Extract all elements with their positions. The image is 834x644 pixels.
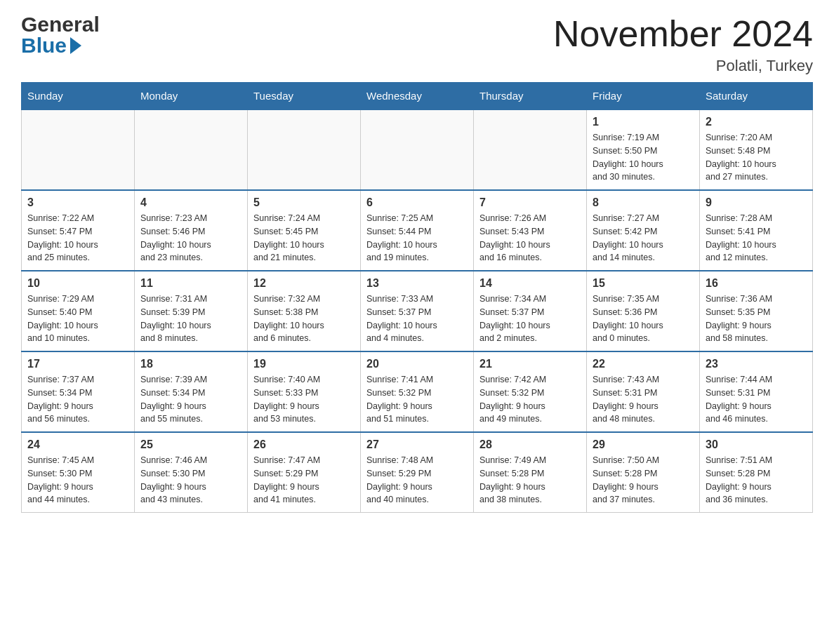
day-info: Sunrise: 7:39 AM Sunset: 5:34 PM Dayligh…	[140, 373, 241, 426]
day-info: Sunrise: 7:35 AM Sunset: 5:36 PM Dayligh…	[593, 293, 694, 345]
calendar-day-cell: 3Sunrise: 7:22 AM Sunset: 5:47 PM Daylig…	[22, 190, 135, 271]
day-number: 30	[706, 438, 807, 451]
calendar-week-row: 1Sunrise: 7:19 AM Sunset: 5:50 PM Daylig…	[22, 109, 813, 190]
day-of-week-header: Saturday	[700, 83, 813, 110]
day-number: 24	[27, 438, 128, 451]
day-info: Sunrise: 7:41 AM Sunset: 5:32 PM Dayligh…	[366, 373, 468, 426]
day-number: 5	[253, 196, 355, 209]
logo: General Blue	[21, 14, 100, 56]
calendar-day-cell: 14Sunrise: 7:34 AM Sunset: 5:37 PM Dayli…	[474, 271, 587, 351]
calendar-day-cell	[361, 109, 474, 190]
day-number: 9	[706, 196, 807, 209]
day-number: 11	[140, 277, 241, 290]
day-info: Sunrise: 7:47 AM Sunset: 5:29 PM Dayligh…	[253, 454, 355, 507]
day-number: 3	[27, 196, 128, 209]
page-header: General Blue November 2024 Polatli, Turk…	[21, 14, 813, 75]
day-info: Sunrise: 7:28 AM Sunset: 5:41 PM Dayligh…	[706, 212, 807, 264]
day-info: Sunrise: 7:29 AM Sunset: 5:40 PM Dayligh…	[27, 293, 128, 345]
day-number: 6	[366, 196, 468, 209]
day-number: 8	[593, 196, 694, 209]
calendar-day-cell: 25Sunrise: 7:46 AM Sunset: 5:30 PM Dayli…	[135, 432, 248, 513]
day-of-week-header: Tuesday	[248, 83, 361, 110]
calendar-day-cell: 29Sunrise: 7:50 AM Sunset: 5:28 PM Dayli…	[587, 432, 700, 513]
day-number: 2	[706, 116, 807, 128]
day-info: Sunrise: 7:48 AM Sunset: 5:29 PM Dayligh…	[366, 454, 468, 507]
calendar-table: SundayMondayTuesdayWednesdayThursdayFrid…	[21, 82, 813, 513]
day-number: 22	[593, 358, 694, 370]
calendar-day-cell: 7Sunrise: 7:26 AM Sunset: 5:43 PM Daylig…	[474, 190, 587, 271]
day-info: Sunrise: 7:44 AM Sunset: 5:31 PM Dayligh…	[706, 373, 807, 426]
day-info: Sunrise: 7:40 AM Sunset: 5:33 PM Dayligh…	[253, 373, 355, 426]
day-number: 15	[593, 277, 694, 290]
calendar-day-cell: 15Sunrise: 7:35 AM Sunset: 5:36 PM Dayli…	[587, 271, 700, 351]
day-number: 10	[27, 277, 128, 290]
calendar-day-cell: 2Sunrise: 7:20 AM Sunset: 5:48 PM Daylig…	[700, 109, 813, 190]
logo-blue: Blue	[21, 35, 100, 56]
calendar-day-cell: 24Sunrise: 7:45 AM Sunset: 5:30 PM Dayli…	[22, 432, 135, 513]
calendar-week-row: 24Sunrise: 7:45 AM Sunset: 5:30 PM Dayli…	[22, 432, 813, 513]
day-of-week-header: Thursday	[474, 83, 587, 110]
month-title: November 2024	[553, 14, 813, 54]
calendar-day-cell: 8Sunrise: 7:27 AM Sunset: 5:42 PM Daylig…	[587, 190, 700, 271]
calendar-week-row: 17Sunrise: 7:37 AM Sunset: 5:34 PM Dayli…	[22, 351, 813, 432]
day-info: Sunrise: 7:24 AM Sunset: 5:45 PM Dayligh…	[253, 212, 355, 264]
calendar-day-cell	[22, 109, 135, 190]
location-subtitle: Polatli, Turkey	[553, 57, 813, 75]
day-number: 21	[479, 358, 581, 370]
calendar-day-cell: 20Sunrise: 7:41 AM Sunset: 5:32 PM Dayli…	[361, 351, 474, 432]
day-number: 12	[253, 277, 355, 290]
calendar-day-cell: 4Sunrise: 7:23 AM Sunset: 5:46 PM Daylig…	[135, 190, 248, 271]
calendar-day-cell: 21Sunrise: 7:42 AM Sunset: 5:32 PM Dayli…	[474, 351, 587, 432]
day-info: Sunrise: 7:37 AM Sunset: 5:34 PM Dayligh…	[27, 373, 128, 426]
calendar-day-cell: 16Sunrise: 7:36 AM Sunset: 5:35 PM Dayli…	[700, 271, 813, 351]
day-number: 13	[366, 277, 468, 290]
calendar-day-cell: 26Sunrise: 7:47 AM Sunset: 5:29 PM Dayli…	[248, 432, 361, 513]
day-number: 4	[140, 196, 241, 209]
day-info: Sunrise: 7:26 AM Sunset: 5:43 PM Dayligh…	[479, 212, 581, 264]
day-info: Sunrise: 7:50 AM Sunset: 5:28 PM Dayligh…	[593, 454, 694, 507]
day-of-week-header: Wednesday	[361, 83, 474, 110]
calendar-day-cell: 10Sunrise: 7:29 AM Sunset: 5:40 PM Dayli…	[22, 271, 135, 351]
calendar-week-row: 10Sunrise: 7:29 AM Sunset: 5:40 PM Dayli…	[22, 271, 813, 351]
calendar-day-cell: 17Sunrise: 7:37 AM Sunset: 5:34 PM Dayli…	[22, 351, 135, 432]
logo-arrow-icon	[70, 37, 81, 54]
day-number: 27	[366, 438, 468, 451]
day-number: 26	[253, 438, 355, 451]
day-info: Sunrise: 7:25 AM Sunset: 5:44 PM Dayligh…	[366, 212, 468, 264]
day-info: Sunrise: 7:19 AM Sunset: 5:50 PM Dayligh…	[593, 131, 694, 184]
day-info: Sunrise: 7:51 AM Sunset: 5:28 PM Dayligh…	[706, 454, 807, 507]
day-info: Sunrise: 7:49 AM Sunset: 5:28 PM Dayligh…	[479, 454, 581, 507]
day-info: Sunrise: 7:34 AM Sunset: 5:37 PM Dayligh…	[479, 293, 581, 345]
day-info: Sunrise: 7:32 AM Sunset: 5:38 PM Dayligh…	[253, 293, 355, 345]
calendar-day-cell: 13Sunrise: 7:33 AM Sunset: 5:37 PM Dayli…	[361, 271, 474, 351]
day-number: 18	[140, 358, 241, 370]
calendar-day-cell	[248, 109, 361, 190]
day-number: 29	[593, 438, 694, 451]
day-number: 1	[593, 116, 694, 128]
day-number: 20	[366, 358, 468, 370]
day-number: 28	[479, 438, 581, 451]
day-number: 25	[140, 438, 241, 451]
calendar-day-cell: 6Sunrise: 7:25 AM Sunset: 5:44 PM Daylig…	[361, 190, 474, 271]
calendar-day-cell	[474, 109, 587, 190]
day-info: Sunrise: 7:27 AM Sunset: 5:42 PM Dayligh…	[593, 212, 694, 264]
calendar-day-cell: 30Sunrise: 7:51 AM Sunset: 5:28 PM Dayli…	[700, 432, 813, 513]
calendar-day-cell: 11Sunrise: 7:31 AM Sunset: 5:39 PM Dayli…	[135, 271, 248, 351]
logo-general: General	[21, 14, 100, 35]
day-info: Sunrise: 7:20 AM Sunset: 5:48 PM Dayligh…	[706, 131, 807, 184]
day-of-week-header: Sunday	[22, 83, 135, 110]
calendar-week-row: 3Sunrise: 7:22 AM Sunset: 5:47 PM Daylig…	[22, 190, 813, 271]
calendar-day-cell: 22Sunrise: 7:43 AM Sunset: 5:31 PM Dayli…	[587, 351, 700, 432]
day-number: 19	[253, 358, 355, 370]
day-info: Sunrise: 7:36 AM Sunset: 5:35 PM Dayligh…	[706, 293, 807, 345]
calendar-day-cell: 1Sunrise: 7:19 AM Sunset: 5:50 PM Daylig…	[587, 109, 700, 190]
day-number: 14	[479, 277, 581, 290]
day-number: 17	[27, 358, 128, 370]
day-info: Sunrise: 7:22 AM Sunset: 5:47 PM Dayligh…	[27, 212, 128, 264]
day-of-week-header: Friday	[587, 83, 700, 110]
day-info: Sunrise: 7:31 AM Sunset: 5:39 PM Dayligh…	[140, 293, 241, 345]
calendar-day-cell: 27Sunrise: 7:48 AM Sunset: 5:29 PM Dayli…	[361, 432, 474, 513]
day-info: Sunrise: 7:46 AM Sunset: 5:30 PM Dayligh…	[140, 454, 241, 507]
day-info: Sunrise: 7:23 AM Sunset: 5:46 PM Dayligh…	[140, 212, 241, 264]
day-number: 23	[706, 358, 807, 370]
